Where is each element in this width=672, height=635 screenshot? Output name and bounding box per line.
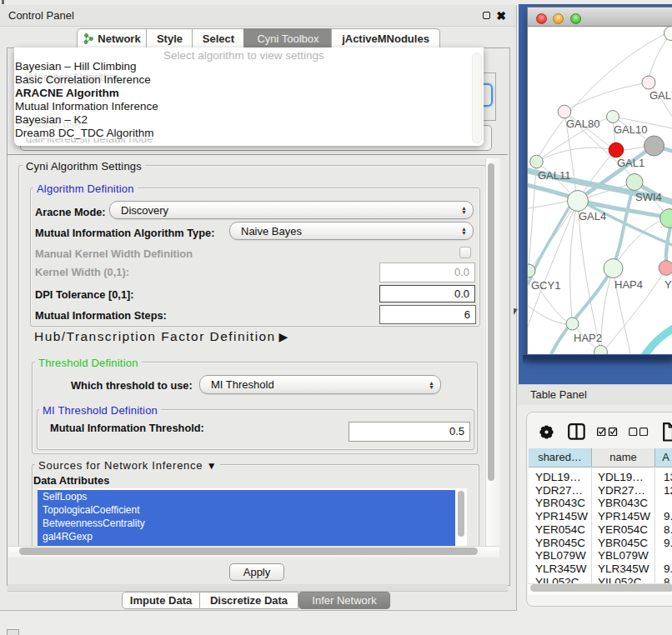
svg-text:GAL4: GAL4 xyxy=(579,210,606,222)
svg-text:GAL1: GAL1 xyxy=(617,157,644,169)
svg-text:GAL80: GAL80 xyxy=(566,118,599,130)
svg-text:GAL7: GAL7 xyxy=(649,89,672,102)
svg-text:GAL10: GAL10 xyxy=(614,123,647,136)
svg-text:GAL11: GAL11 xyxy=(538,169,571,182)
svg-text:YBR: YBR xyxy=(664,278,672,291)
svg-text:HAP2: HAP2 xyxy=(574,332,602,344)
svg-text:GCY1: GCY1 xyxy=(531,279,560,292)
svg-text:SWI4: SWI4 xyxy=(635,191,662,203)
svg-text:HAP4: HAP4 xyxy=(614,278,643,291)
